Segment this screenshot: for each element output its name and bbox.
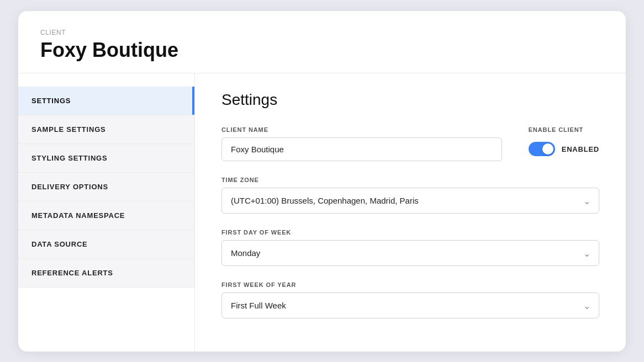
sidebar-item-styling-settings[interactable]: STYLING SETTINGS — [18, 144, 194, 173]
sidebar-item-data-source[interactable]: DATA SOURCE — [18, 230, 194, 259]
client-name-group: CLIENT NAME — [221, 126, 502, 161]
enable-client-group: ENABLE CLIENT ENABLED — [529, 126, 599, 156]
first-week-select[interactable]: First Full Week — [221, 292, 599, 318]
sidebar-item-metadata-namespace[interactable]: METADATA NAMESPACE — [18, 201, 194, 230]
first-day-label: FIRST DAY OF WEEK — [221, 229, 599, 236]
client-label: CLIENT — [40, 29, 604, 36]
first-day-select[interactable]: Monday — [221, 240, 599, 266]
timezone-label: TIME ZONE — [221, 177, 599, 183]
first-week-label: FIRST WEEK OF YEAR — [221, 281, 599, 288]
client-name-label: CLIENT NAME — [221, 126, 502, 133]
first-day-select-wrapper: Monday ⌄ — [221, 240, 599, 266]
enable-client-status: ENABLED — [562, 145, 599, 153]
sidebar-item-sample-settings[interactable]: SAMPLE SETTINGS — [18, 115, 194, 144]
timezone-section: TIME ZONE (UTC+01:00) Brussels, Copenhag… — [221, 177, 599, 214]
timezone-select[interactable]: (UTC+01:00) Brussels, Copenhagen, Madrid… — [221, 188, 599, 214]
sidebar-item-settings[interactable]: SETTINGS — [18, 87, 194, 115]
content-area: SETTINGS SAMPLE SETTINGS STYLING SETTING… — [18, 73, 626, 352]
timezone-select-wrapper: (UTC+01:00) Brussels, Copenhagen, Madrid… — [221, 188, 599, 214]
sidebar: SETTINGS SAMPLE SETTINGS STYLING SETTING… — [18, 73, 195, 352]
client-name-input[interactable] — [221, 137, 502, 161]
toggle-thumb — [542, 143, 553, 155]
main-content: Settings CLIENT NAME ENABLE CLIENT ENABL… — [195, 73, 626, 352]
toggle-group: ENABLED — [529, 137, 599, 156]
sidebar-item-reference-alerts[interactable]: REFERENCE ALERTS — [18, 259, 194, 288]
settings-section-title: Settings — [221, 91, 599, 109]
first-week-select-wrapper: First Full Week ⌄ — [221, 292, 599, 318]
enable-client-toggle[interactable] — [529, 142, 555, 156]
first-day-section: FIRST DAY OF WEEK Monday ⌄ — [221, 229, 599, 266]
enable-client-label: ENABLE CLIENT — [529, 126, 599, 133]
client-name-row: CLIENT NAME ENABLE CLIENT ENABLED — [221, 126, 599, 161]
first-week-section: FIRST WEEK OF YEAR First Full Week ⌄ — [221, 281, 599, 318]
header: CLIENT Foxy Boutique — [18, 11, 626, 73]
app-container: CLIENT Foxy Boutique SETTINGS SAMPLE SET… — [18, 11, 626, 352]
page-title: Foxy Boutique — [40, 39, 604, 62]
sidebar-item-delivery-options[interactable]: DELIVERY OPTIONS — [18, 173, 194, 201]
